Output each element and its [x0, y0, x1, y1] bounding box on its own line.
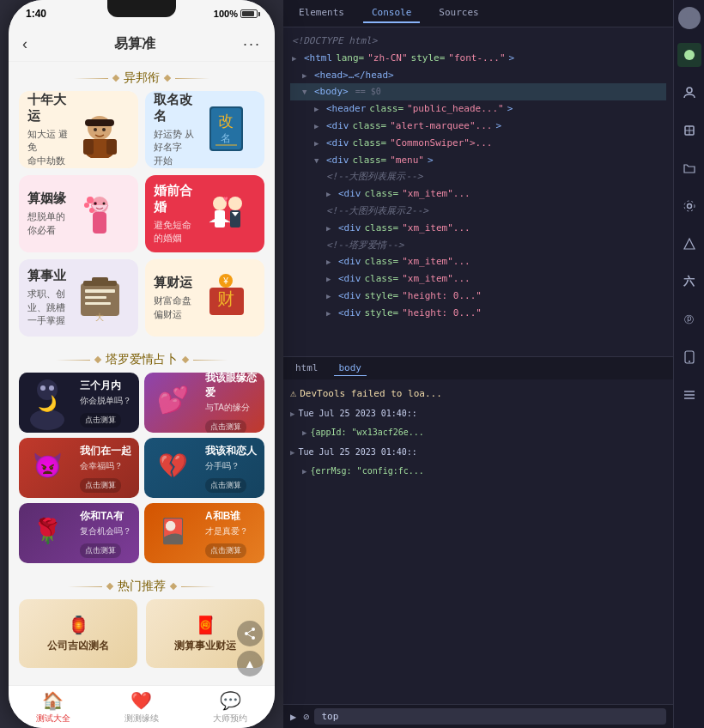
- devtools-tab-console[interactable]: Console: [363, 3, 420, 23]
- expand-arrow-2-sub[interactable]: ▶: [302, 465, 306, 478]
- green-circle-icon[interactable]: [677, 43, 701, 67]
- tarot-card-6[interactable]: 🎴 A和B谁 才是真爱？ 点击测算: [144, 503, 264, 563]
- svg-rect-7: [106, 139, 117, 155]
- menu-item-naming[interactable]: 取名改名 好运势 从好名字开始 改 名: [145, 91, 264, 168]
- settings-svg: [683, 199, 696, 213]
- phone-icon[interactable]: [677, 345, 701, 369]
- tarot-grid: 🌙 三个月内 你会脱单吗？ 点击测算 💕 我该眼: [9, 373, 275, 570]
- console-row-1: ▶ Tue Jul 25 2023 01:40::: [290, 404, 666, 423]
- tarot-btn-3[interactable]: 点击测算: [80, 478, 121, 493]
- html-attr-xm2: class=: [365, 220, 399, 237]
- devtools-tab-sources[interactable]: Sources: [430, 3, 487, 23]
- svg-rect-28: [92, 277, 108, 282]
- menu-item-career[interactable]: 算事业 求职、创业、跳槽一手掌握 大: [19, 259, 138, 337]
- hex-icon[interactable]: 六: [677, 270, 701, 294]
- html-arrow-marquee[interactable]: ▶: [314, 119, 323, 133]
- avatar-svg: [681, 9, 698, 27]
- tarot-btn-6[interactable]: 点击测算: [205, 543, 246, 558]
- html-arrow-header[interactable]: ▶: [314, 102, 323, 116]
- scroll-up-button[interactable]: ▲: [237, 651, 263, 676]
- html-arrow-swiper[interactable]: ▶: [314, 136, 323, 150]
- html-arrow-1[interactable]: ▶: [292, 52, 300, 65]
- tarot-title-5: 你和TA有: [80, 509, 134, 524]
- nav-item-master[interactable]: 💬 大师预约: [186, 690, 275, 725]
- html-arrow-xm3[interactable]: ▶: [326, 255, 335, 269]
- phone-content[interactable]: 异邦衔 十年大运 知大运 避免命中劫数: [9, 62, 275, 685]
- deco-line-left: [74, 78, 108, 79]
- svg-text:🎴: 🎴: [157, 517, 187, 545]
- folder-svg: [683, 161, 696, 175]
- menu-item-premarital-title: 婚前合婚: [154, 183, 196, 215]
- tarot-card-2[interactable]: 💕 我该眼缘恋爱 与TA的缘分 点击测算: [144, 373, 264, 433]
- play-icon[interactable]: ▶: [290, 711, 296, 723]
- tarot-btn-1[interactable]: 点击测算: [80, 413, 121, 428]
- expand-arrow-1[interactable]: ▶: [290, 408, 294, 421]
- back-button[interactable]: ‹: [22, 35, 27, 53]
- svg-rect-31: [85, 302, 111, 305]
- tarot-card-3[interactable]: 👿 我们在一起 会幸福吗？ 点击测算: [19, 438, 139, 498]
- html-arrow-head[interactable]: ▶: [302, 69, 311, 82]
- html-tag-xm1: <div: [338, 185, 361, 203]
- menu-item-premarital[interactable]: 婚前合婚 避免短命的婚姻 ♥: [145, 175, 264, 252]
- menu-item-premarital-img: ♥: [196, 184, 256, 244]
- console-row-warn: ⚠ DevTools failed to loa...: [290, 383, 666, 405]
- fortune-teller-svg: [76, 102, 124, 158]
- menu-item-career-img: 大: [70, 268, 130, 328]
- stop-icon[interactable]: ⊘: [303, 711, 309, 723]
- console-input-icons: ▶ ⊘: [290, 711, 309, 723]
- settings-icon[interactable]: [677, 194, 701, 218]
- tarot-btn-4[interactable]: 点击测算: [205, 478, 246, 493]
- tarot-diamond-right: [182, 356, 189, 363]
- flower-girl-svg: [76, 186, 124, 242]
- tarot-btn-2[interactable]: 点击测算: [205, 420, 246, 433]
- share-icon: [244, 628, 256, 640]
- expand-arrow-1-sub[interactable]: ▶: [302, 427, 306, 440]
- tarot-card-1[interactable]: 🌙 三个月内 你会脱单吗？ 点击测算: [19, 373, 139, 433]
- html-arrow-xm1[interactable]: ▶: [326, 187, 335, 201]
- devtools-tab-elements[interactable]: Elements: [290, 3, 353, 23]
- menu-item-career-text: 算事业 求职、创业、跳槽一手掌握: [27, 268, 70, 327]
- html-arrow-xm4[interactable]: ▶: [326, 272, 335, 286]
- tarot-card-5[interactable]: 🌹 你和TA有 复合机会吗？ 点击测算: [19, 503, 139, 563]
- tarot-btn-5[interactable]: 点击测算: [80, 543, 121, 558]
- tarot-svg-6: 🎴: [147, 503, 198, 563]
- html-line-xm3: ▶ <div class= "xm_item"...: [290, 253, 666, 270]
- hot-title-1: 公司吉凶测名: [47, 639, 109, 653]
- folder-icon[interactable]: [677, 156, 701, 180]
- panel-tab-body[interactable]: body: [334, 361, 367, 376]
- menu-icon[interactable]: [677, 383, 701, 407]
- svg-line-57: [248, 634, 252, 637]
- divination-icon: ❤️: [130, 690, 152, 711]
- network-icon[interactable]: [677, 232, 701, 256]
- console-time-2: Tue Jul 25 2023 01:40::: [298, 445, 416, 459]
- html-arrow-div-h2[interactable]: ▶: [326, 306, 335, 320]
- menu-item-wealth[interactable]: 算财运 财富命盘 偏财运 财 ¥: [145, 259, 264, 337]
- menu-item-dayun[interactable]: 十年大运 知大运 避免命中劫数: [19, 91, 138, 168]
- cube-icon[interactable]: [677, 118, 701, 143]
- html-attr-div-h2: style=: [365, 305, 399, 322]
- html-tag-header-close: >: [507, 100, 513, 118]
- html-arrow-body[interactable]: ▼: [302, 85, 311, 99]
- html-arrow-div-h1[interactable]: ▶: [326, 289, 335, 303]
- tarot-sub-1: 你会脱单吗？: [80, 395, 134, 407]
- nav-item-divination[interactable]: ❤️ 测测缘续: [97, 690, 185, 725]
- html-line-menu: ▼ <div class= "menu" >: [290, 152, 666, 169]
- html-arrow-menu[interactable]: ▼: [314, 154, 323, 167]
- console-warn-text: DevTools failed to loa...: [300, 386, 442, 403]
- hot-item-1[interactable]: 🏮 公司吉凶测名: [19, 599, 137, 668]
- panel-tab-html[interactable]: html: [290, 361, 324, 376]
- more-button[interactable]: ···: [243, 35, 261, 53]
- expand-arrow-2[interactable]: ▶: [290, 446, 294, 459]
- menu-item-marriage[interactable]: 算姻缘 想脱单的你必看: [19, 175, 138, 252]
- jp-icon[interactable]: ⓟ: [677, 307, 701, 331]
- tarot-card-4[interactable]: 💔 我该和恋人 分手吗？ 点击测算: [144, 438, 264, 498]
- person-icon[interactable]: [677, 81, 701, 105]
- menu-item-dayun-title: 十年大运: [27, 92, 70, 124]
- share-button[interactable]: [237, 621, 263, 646]
- tarot-img-5: 🌹: [19, 503, 75, 563]
- console-input-field[interactable]: [314, 708, 666, 725]
- menu-grid: 十年大运 知大运 避免命中劫数: [9, 91, 275, 343]
- nav-item-home[interactable]: 🏠 测试大全: [9, 690, 97, 725]
- html-attr-style: style=: [411, 50, 446, 67]
- html-arrow-xm2[interactable]: ▶: [326, 221, 335, 235]
